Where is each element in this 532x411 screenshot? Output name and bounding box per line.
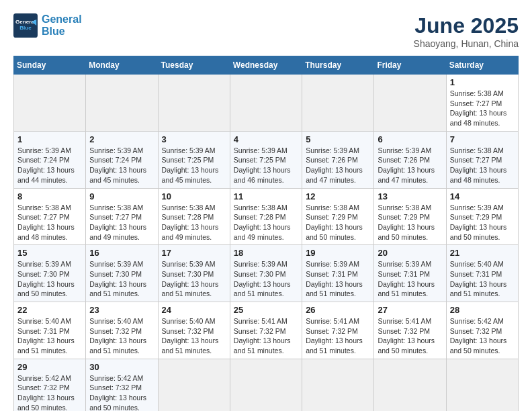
day-info: Sunrise: 5:38 AMSunset: 7:29 PMDaylight:… [378, 203, 442, 242]
day-info: Sunrise: 5:39 AMSunset: 7:24 PMDaylight:… [89, 146, 154, 185]
day-number: 13 [378, 191, 442, 201]
day-number: 16 [89, 248, 154, 258]
calendar-cell: 30Sunrise: 5:42 AMSunset: 7:32 PMDayligh… [86, 359, 158, 411]
title-block: June 2025 Shaoyang, Hunan, China [414, 13, 519, 49]
page-header: General Blue General Blue June 2025 Shao… [13, 13, 519, 49]
calendar-cell: 5Sunrise: 5:39 AMSunset: 7:26 PMDaylight… [302, 131, 374, 188]
day-info: Sunrise: 5:40 AMSunset: 7:32 PMDaylight:… [162, 316, 226, 356]
calendar-cell [158, 359, 230, 411]
day-info: Sunrise: 5:40 AMSunset: 7:32 PMDaylight:… [89, 316, 154, 356]
day-info: Sunrise: 5:39 AMSunset: 7:29 PMDaylight:… [450, 203, 515, 242]
calendar-cell: 28Sunrise: 5:42 AMSunset: 7:32 PMDayligh… [446, 302, 518, 359]
calendar-cell: 3Sunrise: 5:39 AMSunset: 7:25 PMDaylight… [158, 131, 230, 188]
day-number: 1 [450, 77, 515, 87]
logo: General Blue General Blue [13, 13, 82, 38]
day-info: Sunrise: 5:38 AMSunset: 7:28 PMDaylight:… [162, 203, 226, 242]
calendar-table: SundayMondayTuesdayWednesdayThursdayFrid… [13, 56, 519, 411]
day-number: 14 [450, 191, 515, 201]
calendar-cell: 21Sunrise: 5:40 AMSunset: 7:31 PMDayligh… [446, 245, 518, 302]
day-number: 8 [17, 191, 82, 201]
calendar-cell: 10Sunrise: 5:38 AMSunset: 7:28 PMDayligh… [158, 188, 230, 245]
calendar-cell [302, 75, 374, 132]
day-number: 2 [89, 134, 154, 144]
calendar-cell [14, 75, 86, 132]
calendar-cell: 7Sunrise: 5:38 AMSunset: 7:27 PMDaylight… [446, 131, 518, 188]
day-info: Sunrise: 5:42 AMSunset: 7:32 PMDaylight:… [450, 316, 515, 356]
calendar-cell: 26Sunrise: 5:41 AMSunset: 7:32 PMDayligh… [302, 302, 374, 359]
calendar-cell: 11Sunrise: 5:38 AMSunset: 7:28 PMDayligh… [230, 188, 302, 245]
day-info: Sunrise: 5:39 AMSunset: 7:26 PMDaylight:… [378, 146, 442, 185]
logo-icon: General Blue [13, 13, 38, 38]
calendar-cell: 22Sunrise: 5:40 AMSunset: 7:31 PMDayligh… [14, 302, 86, 359]
calendar-cell: 17Sunrise: 5:39 AMSunset: 7:30 PMDayligh… [158, 245, 230, 302]
day-info: Sunrise: 5:38 AMSunset: 7:27 PMDaylight:… [17, 203, 82, 242]
location: Shaoyang, Hunan, China [414, 38, 519, 49]
day-number: 11 [234, 191, 298, 201]
day-number: 9 [89, 191, 154, 201]
col-thursday: Thursday [302, 56, 374, 75]
day-info: Sunrise: 5:39 AMSunset: 7:30 PMDaylight:… [89, 259, 154, 299]
calendar-cell: 29Sunrise: 5:42 AMSunset: 7:32 PMDayligh… [14, 359, 86, 411]
calendar-cell: 14Sunrise: 5:39 AMSunset: 7:29 PMDayligh… [446, 188, 518, 245]
day-number: 29 [17, 362, 82, 372]
calendar-cell: 27Sunrise: 5:41 AMSunset: 7:32 PMDayligh… [374, 302, 446, 359]
calendar-cell [374, 359, 446, 411]
calendar-cell: 19Sunrise: 5:39 AMSunset: 7:31 PMDayligh… [302, 245, 374, 302]
col-friday: Friday [374, 56, 446, 75]
day-number: 19 [306, 248, 370, 258]
day-number: 3 [162, 134, 226, 144]
day-number: 21 [450, 248, 515, 258]
calendar-cell: 24Sunrise: 5:40 AMSunset: 7:32 PMDayligh… [158, 302, 230, 359]
day-number: 30 [89, 362, 154, 372]
calendar-cell: 2Sunrise: 5:39 AMSunset: 7:24 PMDaylight… [86, 131, 158, 188]
day-number: 15 [17, 248, 82, 258]
day-info: Sunrise: 5:40 AMSunset: 7:31 PMDaylight:… [450, 259, 515, 299]
svg-text:Blue: Blue [19, 25, 32, 31]
calendar-cell [374, 75, 446, 132]
day-info: Sunrise: 5:39 AMSunset: 7:26 PMDaylight:… [306, 146, 370, 185]
day-number: 6 [378, 134, 442, 144]
calendar-cell: 12Sunrise: 5:38 AMSunset: 7:29 PMDayligh… [302, 188, 374, 245]
day-number: 25 [234, 305, 298, 315]
day-info: Sunrise: 5:41 AMSunset: 7:32 PMDaylight:… [378, 316, 442, 356]
calendar-cell: 13Sunrise: 5:38 AMSunset: 7:29 PMDayligh… [374, 188, 446, 245]
calendar-cell [446, 359, 518, 411]
day-info: Sunrise: 5:39 AMSunset: 7:25 PMDaylight:… [234, 146, 298, 185]
col-monday: Monday [86, 56, 158, 75]
calendar-cell: 4Sunrise: 5:39 AMSunset: 7:25 PMDaylight… [230, 131, 302, 188]
day-number: 17 [162, 248, 226, 258]
day-info: Sunrise: 5:40 AMSunset: 7:31 PMDaylight:… [17, 316, 82, 356]
day-info: Sunrise: 5:39 AMSunset: 7:31 PMDaylight:… [306, 259, 370, 299]
calendar-cell: 18Sunrise: 5:39 AMSunset: 7:30 PMDayligh… [230, 245, 302, 302]
day-number: 23 [89, 305, 154, 315]
day-number: 5 [306, 134, 370, 144]
col-sunday: Sunday [14, 56, 86, 75]
col-tuesday: Tuesday [158, 56, 230, 75]
logo-text: General Blue [42, 13, 82, 37]
calendar-cell: 8Sunrise: 5:38 AMSunset: 7:27 PMDaylight… [14, 188, 86, 245]
day-info: Sunrise: 5:38 AMSunset: 7:28 PMDaylight:… [234, 203, 298, 242]
calendar-cell: 6Sunrise: 5:39 AMSunset: 7:26 PMDaylight… [374, 131, 446, 188]
day-number: 26 [306, 305, 370, 315]
day-number: 12 [306, 191, 370, 201]
calendar-cell: 9Sunrise: 5:38 AMSunset: 7:27 PMDaylight… [86, 188, 158, 245]
day-info: Sunrise: 5:39 AMSunset: 7:30 PMDaylight:… [162, 259, 226, 299]
day-info: Sunrise: 5:39 AMSunset: 7:25 PMDaylight:… [162, 146, 226, 185]
calendar-cell [86, 75, 158, 132]
day-info: Sunrise: 5:42 AMSunset: 7:32 PMDaylight:… [17, 373, 82, 411]
day-number: 7 [450, 134, 515, 144]
day-number: 24 [162, 305, 226, 315]
day-info: Sunrise: 5:39 AMSunset: 7:24 PMDaylight:… [17, 146, 82, 185]
day-info: Sunrise: 5:38 AMSunset: 7:29 PMDaylight:… [306, 203, 370, 242]
col-saturday: Saturday [446, 56, 518, 75]
col-wednesday: Wednesday [230, 56, 302, 75]
day-info: Sunrise: 5:39 AMSunset: 7:31 PMDaylight:… [378, 259, 442, 299]
calendar-cell [230, 75, 302, 132]
day-info: Sunrise: 5:38 AMSunset: 7:27 PMDaylight:… [450, 146, 515, 185]
calendar-cell [302, 359, 374, 411]
day-number: 28 [450, 305, 515, 315]
day-number: 20 [378, 248, 442, 258]
month-title: June 2025 [414, 13, 519, 38]
day-number: 22 [17, 305, 82, 315]
calendar-cell: 23Sunrise: 5:40 AMSunset: 7:32 PMDayligh… [86, 302, 158, 359]
